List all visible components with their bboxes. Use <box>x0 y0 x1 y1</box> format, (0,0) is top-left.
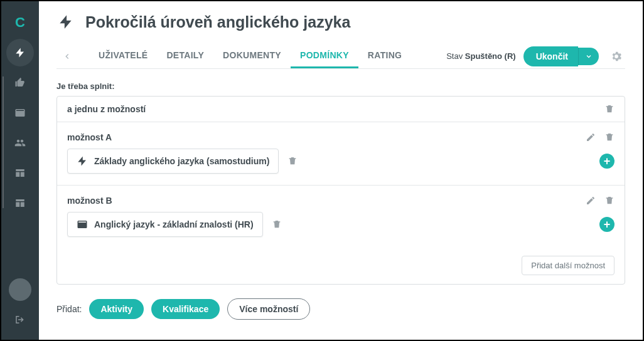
edit-option-b-button[interactable] <box>586 196 596 206</box>
footer-row: Přidat: Aktivity Kvalifikace Více možnos… <box>56 298 625 320</box>
sidebar-item-logout[interactable] <box>6 306 34 333</box>
add-more-option-button[interactable]: Přidat další možnost <box>522 256 614 275</box>
delete-option-b-item-button[interactable] <box>272 219 282 229</box>
edit-option-a-button[interactable] <box>586 132 596 142</box>
tab-documents[interactable]: DOKUMENTY <box>213 44 291 68</box>
footer-label: Přidat: <box>56 304 82 314</box>
delete-option-a-button[interactable] <box>604 132 614 142</box>
more-options-button[interactable]: Více možností <box>227 298 310 320</box>
bolt-icon <box>77 155 88 167</box>
tabs-row: UŽIVATELÉ DETAILY DOKUMENTY PODMÍNKY RAT… <box>56 44 625 69</box>
conditions-group: a jednu z možností možnost A Základy ang… <box>56 96 625 285</box>
back-button[interactable] <box>56 46 78 67</box>
gear-icon <box>610 50 623 63</box>
avatar[interactable] <box>9 278 31 301</box>
app-logo[interactable]: C <box>15 9 25 36</box>
add-item-option-b-button[interactable]: + <box>599 217 614 232</box>
add-item-option-a-button[interactable]: + <box>599 154 614 169</box>
group-header: a jednu z možností <box>57 97 625 122</box>
chevron-down-icon <box>585 53 593 60</box>
delete-option-b-button[interactable] <box>604 196 614 206</box>
delete-group-button[interactable] <box>604 104 614 114</box>
delete-option-a-item-button[interactable] <box>287 156 298 166</box>
bolt-icon <box>56 13 75 31</box>
sidebar-item-bolt[interactable] <box>6 39 34 66</box>
tab-conditions[interactable]: PODMÍNKY <box>291 44 358 68</box>
option-a-label: možnost A <box>67 132 112 142</box>
sidebar-item-table-2[interactable] <box>6 189 34 217</box>
status-text: Stav Spuštěno (R) <box>446 51 516 61</box>
option-a-item-chip[interactable]: Základy anglického jazyka (samostudium) <box>67 149 279 174</box>
option-b-item-chip[interactable]: Anglický jazyk - základní znalosti (HR) <box>67 212 263 237</box>
tab-rating[interactable]: RATING <box>358 44 411 68</box>
option-b-label: možnost B <box>67 196 112 206</box>
add-qualification-button[interactable]: Kvalifikace <box>151 299 220 319</box>
sidebar-item-table-1[interactable] <box>6 159 34 187</box>
end-dropdown[interactable] <box>578 48 599 65</box>
main-content: Pokročilá úroveň anglického jazyka UŽIVA… <box>39 1 643 340</box>
settings-button[interactable] <box>608 48 625 65</box>
sidebar-item-thumb[interactable] <box>6 69 34 97</box>
tab-users[interactable]: UŽIVATELÉ <box>89 44 157 68</box>
option-a-block: možnost A Základy anglického jazyka (sam… <box>57 122 625 185</box>
page-title: Pokročilá úroveň anglického jazyka <box>85 13 350 31</box>
sidebar: C <box>1 1 39 340</box>
tab-details[interactable]: DETAILY <box>157 44 213 68</box>
conditions-section-label: Je třeba splnit: <box>56 81 625 91</box>
scroll-indicator <box>3 76 4 208</box>
card-icon <box>77 219 88 230</box>
end-button[interactable]: Ukončit <box>523 46 578 66</box>
sidebar-item-people[interactable] <box>6 129 34 157</box>
add-activity-button[interactable]: Aktivity <box>89 299 144 319</box>
page-header: Pokročilá úroveň anglického jazyka <box>56 13 625 31</box>
option-b-block: možnost B Anglický jazyk - základní znal… <box>57 185 625 248</box>
sidebar-item-card[interactable] <box>6 99 34 127</box>
group-title: a jednu z možností <box>67 104 146 114</box>
